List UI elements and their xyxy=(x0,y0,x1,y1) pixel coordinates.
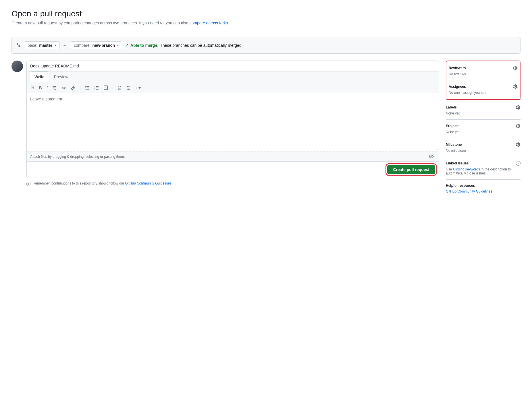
tab-preview[interactable]: Preview xyxy=(49,71,73,82)
create-pr-button[interactable]: Create pull request xyxy=(387,165,435,174)
toolbar-code[interactable]: <> xyxy=(60,85,68,91)
left-column: Write Preview H B I xyxy=(11,61,439,186)
helpful-guidelines-link[interactable]: GitHub Community Guidelines xyxy=(446,189,492,193)
branch-bar: base: master ▾ ← compare: new-branch ▾ ✓… xyxy=(11,37,521,54)
linked-issues-header: Linked issues i xyxy=(446,161,521,166)
form-footer: Create pull request xyxy=(27,161,439,178)
toolbar-link[interactable] xyxy=(70,85,77,91)
attach-text: Attach files by dragging & dropping, sel… xyxy=(30,155,125,159)
labels-gear-button[interactable] xyxy=(516,105,521,110)
helpful-resources-section: Helpful resources GitHub Community Guide… xyxy=(446,180,521,197)
assignees-section: Assignees No one—assign yourself xyxy=(449,80,518,99)
merge-check-icon: ✓ xyxy=(125,43,129,48)
toolbar-mention[interactable]: @ xyxy=(116,85,123,91)
toolbar-quote[interactable] xyxy=(51,85,58,91)
merge-status-bold: Able to merge. xyxy=(130,43,158,48)
reviewers-title: Reviewers xyxy=(449,66,466,70)
tab-write[interactable]: Write xyxy=(30,71,49,82)
assignees-gear-button[interactable] xyxy=(513,84,518,89)
page-title: Open a pull request xyxy=(11,9,521,18)
merge-status: ✓ Able to merge. These branches can be a… xyxy=(125,43,242,48)
avatar-image xyxy=(11,61,23,72)
main-layout: Write Preview H B I xyxy=(11,61,521,197)
reviewers-section: Reviewers No reviews xyxy=(449,62,518,80)
projects-value: None yet xyxy=(446,130,521,134)
helpful-resources-header: Helpful resources xyxy=(446,184,521,188)
toolbar-unordered-list[interactable] xyxy=(84,85,91,91)
toolbar-bold[interactable]: B xyxy=(38,85,43,91)
page-subtitle: Create a new pull request by comparing c… xyxy=(11,21,521,31)
linked-issues-info-icon: i xyxy=(516,161,521,166)
assignees-header: Assignees xyxy=(449,84,518,89)
compare-icon xyxy=(16,43,21,48)
projects-header: Projects xyxy=(446,124,521,128)
toolbar-divider-1 xyxy=(80,85,80,90)
projects-title: Projects xyxy=(446,124,459,128)
milestone-value: No milestone xyxy=(446,149,521,153)
info-icon: i xyxy=(26,182,31,186)
merge-status-text: These branches can be automatically merg… xyxy=(160,43,242,48)
linked-issues-section: Linked issues i Use Closing keywords in … xyxy=(446,157,521,180)
linked-issues-title: Linked issues xyxy=(446,161,469,165)
labels-value: None yet xyxy=(446,111,521,115)
milestone-gear-button[interactable] xyxy=(516,142,521,147)
toolbar-ordered-list[interactable] xyxy=(93,85,100,91)
base-branch-button[interactable]: base: master ▾ xyxy=(24,41,60,49)
toolbar-task-list[interactable] xyxy=(102,85,109,91)
assignees-value: No one—assign yourself xyxy=(449,91,518,95)
pr-title-input[interactable] xyxy=(27,61,439,71)
helpful-resources-title: Helpful resources xyxy=(446,184,475,188)
compare-label: compare: xyxy=(74,43,90,48)
toolbar-italic[interactable]: I xyxy=(45,85,49,91)
arrow-icon: ← xyxy=(63,43,67,48)
comment-textarea[interactable] xyxy=(27,93,439,151)
avatar xyxy=(11,61,23,72)
markdown-badge: MD xyxy=(428,154,435,159)
info-note: i Remember, contributions to this reposi… xyxy=(26,181,439,186)
labels-header: Labels xyxy=(446,105,521,110)
assignees-title: Assignees xyxy=(449,85,466,89)
helpful-resources-links: GitHub Community Guidelines xyxy=(446,189,521,193)
projects-section: Projects None yet xyxy=(446,120,521,138)
reviewers-header: Reviewers xyxy=(449,66,518,70)
toolbar-undo[interactable]: ↩▾ xyxy=(134,85,142,91)
toolbar-divider-2 xyxy=(113,85,113,90)
milestone-title: Milestone xyxy=(446,143,462,147)
info-text: Remember, contributions to this reposito… xyxy=(33,181,172,185)
community-guidelines-link[interactable]: GitHub Community Guidelines xyxy=(125,181,171,185)
attach-bar: Attach files by dragging & dropping, sel… xyxy=(27,152,439,161)
linked-issues-description: Use Closing keywords in the description … xyxy=(446,167,521,175)
projects-gear-button[interactable] xyxy=(516,124,521,128)
toolbar-cross-ref[interactable] xyxy=(125,85,132,91)
labels-section: Labels None yet xyxy=(446,101,521,120)
reviewers-gear-button[interactable] xyxy=(513,66,518,70)
tab-bar: Write Preview xyxy=(27,71,439,82)
compare-branch-name: new-branch xyxy=(92,43,115,48)
compare-forks-link[interactable]: compare across forks xyxy=(189,21,228,25)
compare-chevron-icon: ▾ xyxy=(117,44,119,47)
toolbar: H B I <> xyxy=(27,82,439,93)
base-chevron-icon: ▾ xyxy=(55,44,56,47)
reviewers-value: No reviews xyxy=(449,72,518,76)
labels-title: Labels xyxy=(446,105,457,109)
base-label: base: xyxy=(28,43,37,48)
sidebar: Reviewers No reviews Assignees xyxy=(446,61,521,197)
form-area: Write Preview H B I xyxy=(26,61,439,178)
closing-keywords-link[interactable]: Closing keywords xyxy=(453,167,480,171)
milestone-header: Milestone xyxy=(446,142,521,147)
toolbar-heading[interactable]: H xyxy=(30,85,36,91)
milestone-section: Milestone No milestone xyxy=(446,138,521,157)
form-container: Write Preview H B I xyxy=(26,61,439,186)
highlighted-sidebar-section: Reviewers No reviews Assignees xyxy=(446,61,521,100)
compare-branch-button[interactable]: compare: new-branch ▾ xyxy=(70,41,122,49)
base-branch-name: master xyxy=(39,43,52,48)
